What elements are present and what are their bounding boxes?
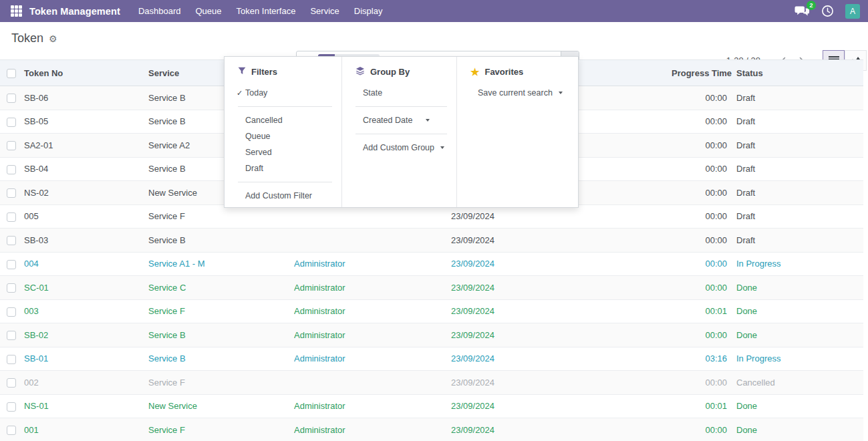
token-no-cell[interactable]: SB-06 <box>24 86 148 110</box>
user-cell[interactable]: Administrator <box>294 394 451 418</box>
table-row[interactable]: 005Service F23/09/202400:00Draft <box>0 204 863 229</box>
service-cell[interactable]: Service F <box>148 299 294 323</box>
user-cell[interactable]: Administrator <box>294 252 451 276</box>
row-checkbox[interactable] <box>7 212 16 222</box>
token-no-cell[interactable]: 002 <box>24 371 148 395</box>
progress-time-cell[interactable]: 00:00 <box>672 252 732 276</box>
menu-queue[interactable]: Queue <box>188 0 229 22</box>
user-cell[interactable] <box>294 371 451 395</box>
user-cell[interactable]: Administrator <box>294 347 451 371</box>
filter-item-served[interactable]: Served <box>245 144 332 160</box>
save-current-search[interactable]: Save current search <box>478 85 569 101</box>
token-no-cell[interactable]: NS-01 <box>24 394 148 418</box>
progress-time-cell[interactable]: 00:00 <box>672 134 732 158</box>
progress-time-cell[interactable]: 00:00 <box>672 371 732 395</box>
row-checkbox[interactable] <box>7 331 16 340</box>
table-row[interactable]: SB-03Service B23/09/202400:00Draft <box>0 229 863 253</box>
status-cell[interactable]: Cancelled <box>732 371 863 395</box>
progress-time-cell[interactable]: 00:00 <box>672 418 732 441</box>
user-cell[interactable]: Administrator <box>294 418 451 441</box>
token-no-cell[interactable]: NS-02 <box>24 181 148 205</box>
token-no-cell[interactable]: SB-04 <box>24 157 148 181</box>
table-row[interactable]: NS-01New ServiceAdministrator23/09/20240… <box>0 394 863 418</box>
status-cell[interactable]: Done <box>732 323 863 347</box>
row-select-cell[interactable] <box>0 252 24 276</box>
menu-token-interface[interactable]: Token Interface <box>229 0 303 22</box>
row-select-cell[interactable] <box>0 181 24 205</box>
header-token-no[interactable]: Token No <box>24 60 148 86</box>
user-cell[interactable] <box>294 229 451 253</box>
progress-time-cell[interactable]: 03:16 <box>672 347 732 371</box>
user-cell[interactable] <box>294 204 451 229</box>
table-row[interactable]: 002Service F23/09/202400:00Cancelled <box>0 371 863 395</box>
token-no-cell[interactable]: SA2-01 <box>24 134 148 158</box>
header-status[interactable]: Status <box>732 60 863 86</box>
status-cell[interactable]: Done <box>732 276 863 300</box>
row-select-cell[interactable] <box>0 134 24 158</box>
progress-time-cell[interactable]: 00:00 <box>672 204 732 229</box>
service-cell[interactable]: Service F <box>148 204 294 229</box>
row-select-cell[interactable] <box>0 157 24 181</box>
date-cell[interactable]: 23/09/2024 <box>451 204 672 229</box>
row-checkbox[interactable] <box>7 260 16 269</box>
service-cell[interactable]: Service A1 - M <box>148 252 294 276</box>
filter-item-queue[interactable]: Queue <box>245 128 332 144</box>
menu-dashboard[interactable]: Dashboard <box>131 0 188 22</box>
progress-time-cell[interactable]: 00:00 <box>672 276 732 300</box>
table-row[interactable]: SC-01Service CAdministrator23/09/202400:… <box>0 276 863 300</box>
status-cell[interactable]: Draft <box>732 181 863 205</box>
progress-time-cell[interactable]: 00:00 <box>672 157 732 181</box>
row-select-cell[interactable] <box>0 323 24 347</box>
token-no-cell[interactable]: SC-01 <box>24 276 148 300</box>
table-row[interactable]: SB-01Service BAdministrator23/09/202403:… <box>0 347 863 371</box>
row-select-cell[interactable] <box>0 276 24 300</box>
row-checkbox[interactable] <box>7 402 16 412</box>
row-select-cell[interactable] <box>0 229 24 253</box>
apps-grid-icon[interactable] <box>11 5 22 17</box>
date-cell[interactable]: 23/09/2024 <box>451 371 672 395</box>
service-cell[interactable]: Service F <box>148 418 294 441</box>
progress-time-cell[interactable]: 00:01 <box>672 299 732 323</box>
token-no-cell[interactable]: SB-02 <box>24 323 148 347</box>
status-cell[interactable]: Done <box>732 394 863 418</box>
row-select-cell[interactable] <box>0 86 24 110</box>
date-cell[interactable]: 23/09/2024 <box>451 229 672 253</box>
service-cell[interactable]: Service B <box>148 229 294 253</box>
date-cell[interactable]: 23/09/2024 <box>451 323 672 347</box>
row-select-cell[interactable] <box>0 371 24 395</box>
progress-time-cell[interactable]: 00:00 <box>672 229 732 253</box>
date-cell[interactable]: 23/09/2024 <box>451 276 672 300</box>
row-checkbox[interactable] <box>7 378 16 388</box>
add-custom-group[interactable]: Add Custom Group <box>363 140 447 156</box>
date-cell[interactable]: 23/09/2024 <box>451 252 672 276</box>
token-no-cell[interactable]: SB-01 <box>24 347 148 371</box>
service-cell[interactable]: Service B <box>148 347 294 371</box>
user-cell[interactable]: Administrator <box>294 323 451 347</box>
token-no-cell[interactable]: 003 <box>24 299 148 323</box>
service-cell[interactable]: Service F <box>148 371 294 395</box>
progress-time-cell[interactable]: 00:01 <box>672 394 732 418</box>
service-cell[interactable]: Service C <box>148 276 294 300</box>
menu-display[interactable]: Display <box>347 0 390 22</box>
row-select-cell[interactable] <box>0 204 24 229</box>
filter-item-draft[interactable]: Draft <box>245 160 332 176</box>
row-select-cell[interactable] <box>0 394 24 418</box>
gear-icon[interactable]: ⚙ <box>49 34 57 43</box>
status-cell[interactable]: Draft <box>732 134 863 158</box>
progress-time-cell[interactable]: 00:00 <box>672 181 732 205</box>
header-progress-time[interactable]: Progress Time <box>672 60 732 86</box>
user-cell[interactable]: Administrator <box>294 299 451 323</box>
row-checkbox[interactable] <box>7 283 16 293</box>
status-cell[interactable]: In Progress <box>732 252 863 276</box>
token-no-cell[interactable]: SB-05 <box>24 110 148 134</box>
token-no-cell[interactable]: 004 <box>24 252 148 276</box>
table-row[interactable]: SB-02Service BAdministrator23/09/202400:… <box>0 323 863 347</box>
date-cell[interactable]: 23/09/2024 <box>451 394 672 418</box>
row-checkbox[interactable] <box>7 307 16 317</box>
token-no-cell[interactable]: 001 <box>24 418 148 441</box>
progress-time-cell[interactable]: 00:00 <box>672 323 732 347</box>
status-cell[interactable]: Draft <box>732 157 863 181</box>
messages-icon[interactable]: 2 <box>794 5 810 17</box>
row-checkbox[interactable] <box>7 118 16 127</box>
row-select-cell[interactable] <box>0 418 24 441</box>
